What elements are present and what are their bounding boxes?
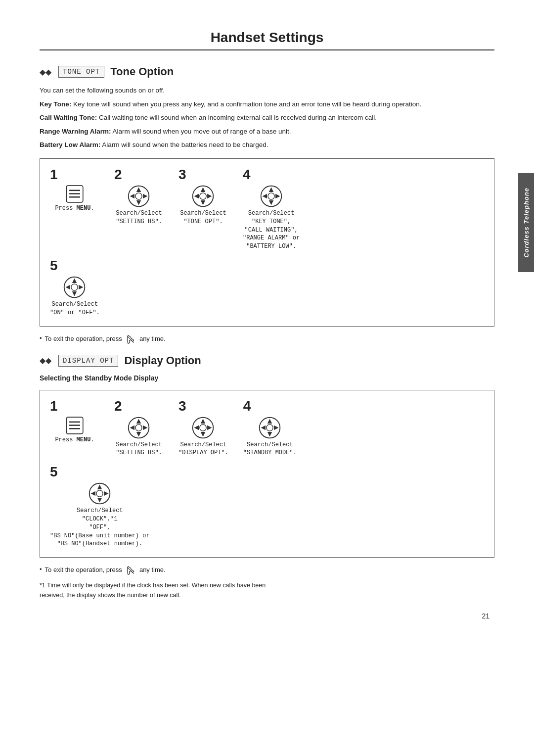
nav-icon-5	[62, 275, 88, 300]
standby-mode-subtitle: Selecting the Standby Mode Display	[40, 374, 494, 382]
nav-icon-d4	[257, 415, 283, 441]
tone-step-1-label: Press MENU.	[55, 204, 94, 213]
svg-marker-40	[201, 419, 205, 423]
svg-point-38	[135, 424, 142, 430]
display-step-5: 5 Search/Select"CLOCK",*1"OFF","BS NO"(B…	[50, 465, 150, 548]
svg-marker-41	[201, 432, 205, 436]
nav-icon-d3	[190, 415, 216, 441]
footnote-section: *1 Time will only be displayed if the cl…	[40, 580, 494, 600]
tone-steps-row: 1 Press MENU. 2	[50, 168, 484, 251]
range-warning-label: Range Warning Alarm:	[40, 128, 111, 135]
display-step-3-number: 3	[178, 399, 186, 413]
svg-rect-32	[69, 428, 80, 429]
display-step-1-number: 1	[50, 399, 58, 413]
side-tab-text: Cordless Telephone	[523, 188, 530, 258]
svg-marker-11	[201, 188, 205, 192]
display-step-2-label: Search/Select"SETTING HS".	[116, 441, 162, 458]
battery-low-label: Battery Low Alarm:	[40, 141, 100, 148]
svg-point-27	[71, 284, 78, 290]
key-tone-para: Key Tone: Key tone will sound when you p…	[40, 99, 494, 110]
menu-icon-d1	[64, 415, 85, 436]
tone-step-4: 4 Search/Select"KEY TONE","CALL WAITING"…	[243, 168, 300, 251]
display-step-3-label: Search/Select"DISPLAY OPT".	[178, 441, 228, 458]
svg-marker-20	[275, 194, 280, 198]
svg-marker-5	[136, 188, 141, 192]
display-option-diamonds: ◆◆	[40, 356, 51, 365]
tone-step-2-number: 2	[114, 168, 122, 182]
svg-marker-54	[90, 491, 95, 496]
call-waiting-para: Call Waiting Tone: Call waiting tone wil…	[40, 112, 494, 123]
display-step5-row: 5 Search/Select"CLOCK",*1"OFF","BS NO"(B…	[50, 465, 484, 548]
range-warning-para: Range Warning Alarm: Alarm will sound wh…	[40, 126, 494, 137]
svg-marker-53	[97, 498, 102, 502]
display-option-label-box: DISPLAY OPT	[58, 355, 118, 367]
svg-marker-43	[207, 425, 212, 429]
nav-icon-d2	[126, 415, 152, 441]
svg-marker-18	[268, 200, 273, 205]
off-hook-icon-1	[126, 334, 135, 344]
display-step-1-label: Press MENU.	[55, 436, 94, 444]
svg-point-9	[135, 193, 142, 199]
call-waiting-label: Call Waiting Tone:	[40, 114, 97, 121]
display-steps-row: 1 Press MENU. 2	[50, 399, 484, 458]
svg-rect-31	[69, 425, 80, 426]
display-step-2-number: 2	[114, 399, 122, 413]
footnote-1: *1 Time will only be displayed if the cl…	[40, 580, 494, 590]
tone-step-1-number: 1	[50, 168, 58, 182]
svg-marker-24	[72, 291, 77, 296]
tone-step-2: 2 Search/Select"SETTING HS".	[114, 168, 164, 226]
display-instruction-box: 1 Press MENU. 2	[40, 390, 494, 558]
tone-exit-note: • To exit the operation, press any time.	[40, 334, 494, 344]
footnote-2: received, the display shows the number o…	[40, 590, 494, 600]
svg-marker-17	[268, 188, 273, 192]
nav-icon-2	[126, 184, 152, 209]
svg-marker-47	[267, 432, 272, 436]
tone-step-5: 5 Search/Select"ON" or "OFF".	[50, 259, 100, 317]
display-step-4: 4 Search/Select"STANDBY MODE".	[243, 399, 297, 458]
tone-instruction-box: 1 Press MENU. 2	[40, 158, 494, 327]
svg-rect-30	[69, 421, 80, 423]
svg-marker-34	[136, 419, 141, 423]
tone-step5-row: 5 Search/Select"ON" or "OFF".	[50, 259, 484, 317]
svg-point-15	[200, 193, 206, 199]
menu-icon-1	[64, 184, 85, 204]
tone-intro: You can set the following sounds on or o…	[40, 85, 494, 96]
svg-marker-14	[207, 194, 212, 198]
svg-marker-19	[262, 194, 267, 198]
svg-marker-12	[201, 200, 205, 205]
tone-step-5-number: 5	[50, 259, 58, 273]
display-step-5-label: Search/Select"CLOCK",*1"OFF","BS NO"(Bas…	[50, 507, 150, 548]
tone-step-4-number: 4	[243, 168, 251, 182]
svg-rect-3	[69, 196, 80, 198]
off-hook-icon-2	[126, 566, 135, 575]
svg-point-56	[96, 490, 103, 497]
svg-marker-23	[72, 279, 77, 283]
display-option-header: ◆◆ DISPLAY OPT Display Option	[40, 354, 494, 367]
display-step-2: 2 Search/Select"SETTING HS".	[114, 399, 164, 458]
svg-point-50	[267, 424, 273, 430]
page-number: 21	[482, 612, 490, 620]
call-waiting-text: Call waiting tone will sound when an inc…	[99, 114, 377, 121]
tone-step-3-number: 3	[178, 168, 186, 182]
display-exit-note: • To exit the operation, press any time.	[40, 566, 494, 575]
tone-option-diamonds: ◆◆	[40, 67, 51, 77]
side-tab: Cordless Telephone	[518, 173, 534, 272]
display-step-3: 3 Search/Select"DISPLAY OPT".	[178, 399, 228, 458]
svg-marker-25	[66, 285, 70, 289]
svg-marker-13	[194, 194, 199, 198]
svg-marker-36	[130, 425, 134, 429]
battery-low-text: Alarm will sound when the batteries need…	[102, 141, 268, 148]
nav-icon-d5	[87, 481, 113, 507]
svg-marker-7	[130, 194, 134, 198]
key-tone-label: Key Tone:	[40, 100, 71, 108]
display-step-1: 1 Press MENU.	[50, 399, 99, 444]
svg-marker-42	[194, 425, 199, 429]
tone-step-1: 1 Press MENU.	[50, 168, 99, 213]
svg-marker-35	[136, 432, 141, 436]
tone-step-5-label: Search/Select"ON" or "OFF".	[50, 300, 100, 317]
page-title: Handset Settings	[40, 30, 494, 50]
tone-option-title: Tone Option	[110, 65, 174, 78]
svg-marker-26	[79, 285, 83, 289]
svg-marker-52	[97, 485, 102, 489]
nav-icon-4	[259, 184, 284, 209]
